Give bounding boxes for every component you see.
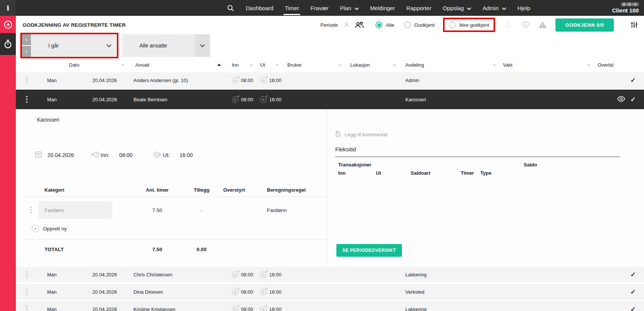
column-header-dato[interactable]: Dato (38, 62, 130, 68)
auto-stamp-icon: A+ (232, 289, 238, 295)
table-row[interactable]: Man 20.04.2026 Kristine Kristiansen A+08… (16, 301, 644, 311)
radio-ikke-godkjent[interactable]: Ikke godkjent (449, 21, 489, 28)
table-row[interactable]: Man 20.04.2026 Chris Christensen A+08:00… (16, 267, 644, 282)
add-comment-button[interactable]: Legg til kommentar (335, 130, 644, 139)
radio-circle (449, 21, 456, 28)
nav-item-dashboard[interactable]: Dashboard (240, 0, 279, 16)
row-menu-icon[interactable] (26, 271, 28, 278)
chevron-down-icon (502, 5, 506, 11)
auto-stamp-icon: A+ (232, 96, 238, 103)
category-rule: Fastlønn (261, 207, 327, 213)
column-header-vakt[interactable]: Vakt (501, 62, 596, 68)
flexitime-column-headers: Inn Ut Saldoart Timer Type (335, 170, 620, 176)
sort-icon (250, 64, 253, 66)
period-dropdown[interactable]: I går (31, 34, 117, 57)
annotation-box-ikke-godkjent: Ikke godkjent (443, 18, 495, 32)
detail-date-field[interactable]: 20.04.2026 (48, 152, 91, 158)
nav-item-rapporter[interactable]: Rapporter (400, 0, 437, 16)
nav-item-meldinger[interactable]: Meldinger (365, 0, 401, 16)
radio-alle[interactable]: Alle (376, 21, 394, 28)
row-menu-icon[interactable] (26, 96, 28, 103)
radio-circle-selected (376, 21, 382, 28)
table-row[interactable]: Man 20.04.2026 Dina Dinesen A+08:00 A+16… (16, 284, 644, 300)
header-controls: Periode Alle Godkjent (320, 18, 638, 32)
chevron-down-icon (354, 5, 359, 11)
nav-item-plan[interactable]: Plan (334, 0, 365, 16)
in-label: Inn: (101, 152, 109, 158)
add-circle-icon[interactable] (0, 16, 16, 33)
nav-item-oppslag[interactable]: Oppslag (437, 0, 477, 16)
clock-out-icon (153, 151, 162, 159)
calendar-icon[interactable] (35, 151, 42, 159)
column-header-overtid[interactable]: Overtid (596, 62, 644, 68)
stopwatch-icon[interactable] (0, 33, 16, 55)
row-menu-icon[interactable] (30, 207, 32, 213)
auto-stamp-icon: A+ (260, 306, 267, 311)
auto-stamp-icon: A+ (232, 271, 238, 278)
sort-icon (121, 64, 125, 66)
period-steppers: › ‹ (22, 34, 31, 57)
approve-button[interactable]: GODKJENN 0/0 (555, 18, 614, 32)
nav-item-timer[interactable]: Timer (279, 0, 305, 16)
column-header-avdeling[interactable]: Avdeling (402, 62, 501, 68)
table-row-selected[interactable]: Man 20.04.2026 Beate Berntsen A+08:00 A+… (16, 90, 644, 109)
category-row: Fastlønn 7.50 - Fastlønn (23, 201, 327, 219)
period-overview-button[interactable]: SE PERIODEOVERSIKT (336, 244, 402, 257)
column-header-ut[interactable]: Ut (259, 62, 284, 68)
top-nav: i Dashboard Timer Fravær Plan Meldinger … (0, 0, 644, 16)
dotted-person-icon[interactable] (504, 21, 512, 29)
row-menu-icon[interactable] (26, 77, 28, 84)
table-row[interactable]: Man 20.04.2026 Anders Andersen (gr. 10) … (16, 72, 644, 88)
approved-check-icon[interactable]: ✓ (630, 288, 636, 296)
main-content: GODKJENNING AV REGISTRERTE TIMER Periode… (16, 16, 644, 311)
radio-circle (404, 21, 411, 28)
create-new-button[interactable]: + Opprett ny (32, 225, 327, 232)
period-value: I går (31, 43, 59, 49)
radio-godkjent[interactable]: Godkjent (404, 21, 435, 28)
period-next-button[interactable]: › (22, 34, 31, 45)
search-icon[interactable] (227, 5, 234, 12)
row-menu-icon[interactable] (26, 306, 28, 311)
heart-plus-icon[interactable] (521, 21, 530, 29)
column-header-ansatt[interactable]: Ansatt (130, 62, 226, 68)
detail-in-field[interactable]: 08:00 (119, 152, 153, 158)
detail-out-field[interactable]: 16:00 (179, 152, 193, 158)
auto-stamp-icon: A+ (232, 77, 238, 84)
table-header: Dato Ansatt Inn Ut Bruker Lokasjon Avdel… (16, 57, 644, 72)
approved-check-icon[interactable]: ✓ (630, 76, 636, 84)
out-label: Ut: (163, 152, 170, 158)
detail-right: Legg til kommentar Fleksitid Transaksjon… (327, 109, 644, 265)
employees-dropdown[interactable]: Alle ansatte (122, 34, 210, 57)
category-supplement: - (180, 207, 223, 213)
category-select[interactable]: Fastlønn (38, 201, 112, 219)
warning-triangle-icon[interactable] (538, 21, 547, 29)
auto-stamp-icon: A+ (260, 77, 267, 84)
sort-icon (492, 64, 496, 66)
column-header-bruker[interactable]: Bruker (284, 62, 347, 68)
nav-item-admin[interactable]: Admin (477, 0, 512, 16)
multi-person-icon[interactable] (354, 21, 364, 29)
filter-row: › ‹ I går Alle ansatte (16, 34, 644, 57)
column-settings-icon[interactable] (630, 21, 638, 28)
nav-item-fravaer[interactable]: Fravær (305, 0, 334, 16)
nav-item-hjelp[interactable]: Hjelp (512, 0, 536, 16)
page-title: GODKJENNING AV REGISTRERTE TIMER (23, 22, 126, 28)
auto-stamp-icon: A+ (260, 271, 267, 278)
period-prev-button[interactable]: ‹ (22, 46, 31, 57)
total-row: TOTALT 7.50 0.00 (23, 239, 327, 259)
approved-check-icon[interactable]: ✓ (630, 271, 636, 279)
sort-icon-active (217, 64, 221, 66)
category-hours: 7.50 (135, 207, 180, 213)
column-header-lokasjon[interactable]: Lokasjon (347, 62, 402, 68)
single-person-icon[interactable] (343, 21, 350, 28)
row-menu-icon[interactable] (26, 288, 28, 295)
info-icon[interactable]: i (0, 0, 16, 16)
column-header-inn[interactable]: Inn (226, 62, 259, 68)
periode-label: Periode (320, 22, 338, 28)
client-block[interactable]: Client 100 (612, 3, 644, 14)
page-header: GODKJENNING AV REGISTRERTE TIMER Periode… (16, 16, 644, 34)
eye-icon[interactable] (617, 96, 625, 103)
auto-stamp-icon: A+ (260, 289, 267, 295)
approved-check-icon[interactable]: ✓ (630, 96, 636, 104)
approved-check-icon[interactable]: ✓ (630, 305, 636, 311)
